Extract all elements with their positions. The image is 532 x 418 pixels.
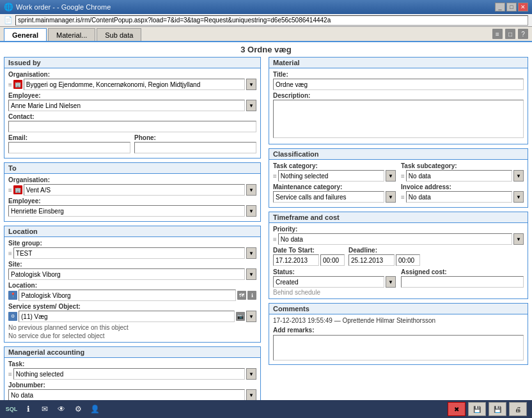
site-group-label: Site group:: [8, 240, 256, 247]
task-subcategory-input[interactable]: [406, 170, 512, 182]
time-deadline-input[interactable]: [396, 254, 420, 266]
location-label: Location:: [8, 282, 256, 289]
to-org-multiline-icon[interactable]: ≡: [8, 187, 12, 194]
tab-material[interactable]: Material...: [48, 28, 95, 41]
priority-input[interactable]: [278, 233, 512, 245]
email-icon[interactable]: ✉: [38, 403, 51, 415]
phone-input[interactable]: [134, 142, 256, 153]
timeframe-title: Timeframe and cost: [269, 212, 528, 223]
task-subcategory-label: Task subcategory:: [401, 162, 524, 169]
deadline-input[interactable]: [348, 254, 395, 266]
toolbar-left: SQL ℹ ✉ 👁 ⚙ 👤: [5, 403, 101, 415]
location-input[interactable]: [19, 290, 236, 301]
to-org-dropdown-btn[interactable]: ▼: [246, 184, 256, 196]
task-input[interactable]: [13, 368, 245, 380]
task-field: Task: ≡ ▼: [8, 360, 256, 380]
help-icon[interactable]: ?: [518, 29, 528, 39]
user-icon[interactable]: 👤: [88, 403, 101, 415]
task-multiline-icon[interactable]: ≡: [8, 371, 12, 378]
cancel-button[interactable]: ✖: [448, 402, 465, 416]
org-field: Organisation: ≡ 🏢 ▼: [8, 71, 256, 90]
invoice-label: Invoice address:: [401, 183, 524, 190]
invoice-dropdown-btn[interactable]: ▼: [513, 191, 524, 203]
site-input[interactable]: [8, 268, 245, 280]
managerial-title: Managerial accounting: [4, 347, 260, 358]
task-label: Task:: [8, 360, 256, 368]
address-input[interactable]: [15, 15, 528, 26]
org-dropdown-btn[interactable]: ▼: [246, 79, 256, 90]
invoice-col: Invoice address: ≡ ▼: [401, 183, 524, 205]
save-print-button[interactable]: 🖨: [509, 402, 527, 416]
window-icon[interactable]: □: [505, 29, 515, 39]
service-obj-extra-icon[interactable]: 📷: [236, 312, 245, 321]
site-group-dropdown-btn[interactable]: ▼: [246, 247, 256, 259]
jobnumber-dropdown-btn[interactable]: ▼: [246, 389, 256, 400]
service-obj-dropdown-btn[interactable]: ▼: [246, 311, 256, 322]
material-desc-label: Description:: [273, 92, 524, 99]
org-multiline-icon[interactable]: ≡: [8, 81, 12, 88]
invoice-multiline-icon[interactable]: ≡: [401, 194, 405, 201]
email-input[interactable]: [8, 142, 130, 153]
save-button[interactable]: 💾: [468, 402, 486, 416]
contact-input[interactable]: [8, 121, 256, 132]
to-org-input[interactable]: [24, 184, 245, 196]
site-group-input[interactable]: [13, 247, 245, 259]
material-title: Material: [269, 58, 528, 68]
tab-general[interactable]: General: [4, 28, 47, 41]
menu-icon[interactable]: ≡: [492, 29, 503, 39]
window-controls[interactable]: _ □ ✕: [495, 3, 528, 12]
chrome-icon: 🌐: [4, 3, 13, 12]
material-title-input[interactable]: [273, 79, 524, 90]
deadline-label: Deadline:: [348, 247, 420, 254]
minimize-button[interactable]: _: [495, 3, 505, 12]
task-category-input[interactable]: [278, 170, 384, 182]
assigned-cost-input[interactable]: [401, 276, 524, 288]
priority-dropdown-btn[interactable]: ▼: [513, 233, 524, 245]
org-icon: 🏢: [13, 80, 22, 89]
maintenance-cat-input[interactable]: [273, 191, 384, 203]
view-icon[interactable]: 👁: [55, 403, 68, 415]
maximize-button[interactable]: □: [506, 3, 517, 12]
priority-multiline-icon[interactable]: ≡: [273, 236, 277, 243]
to-employee-dropdown-btn[interactable]: ▼: [246, 205, 256, 217]
employee-dropdown-btn[interactable]: ▼: [246, 100, 256, 111]
site-group-multiline-icon[interactable]: ≡: [8, 250, 12, 257]
invoice-input[interactable]: [406, 191, 512, 203]
task-dropdown-btn[interactable]: ▼: [246, 368, 256, 380]
site-dropdown-btn[interactable]: ▼: [246, 268, 256, 280]
sql-icon[interactable]: SQL: [5, 403, 18, 415]
location-map-icon[interactable]: 🗺: [237, 291, 246, 300]
settings-icon[interactable]: ⚙: [72, 403, 84, 415]
org-input[interactable]: [24, 79, 245, 90]
save-close-button[interactable]: 💾: [489, 402, 506, 416]
info-icon[interactable]: ℹ: [22, 403, 35, 415]
timeframe-section: Timeframe and cost Priority: ≡ ▼ Date To…: [269, 212, 528, 299]
task-cat-multiline-icon[interactable]: ≡: [273, 173, 277, 180]
date-start-input[interactable]: [273, 254, 319, 266]
task-category-dropdown-btn[interactable]: ▼: [386, 170, 396, 182]
material-desc-textarea[interactable]: [273, 100, 524, 138]
title-bar: 🌐 Work order - - Google Chrome _ □ ✕: [0, 0, 532, 14]
add-remarks-textarea[interactable]: [273, 335, 524, 360]
to-employee-input[interactable]: [8, 205, 245, 217]
close-button[interactable]: ✕: [518, 3, 528, 12]
service-obj-input[interactable]: [19, 311, 235, 322]
task-category-field: Task category: ≡ ▼: [273, 162, 396, 182]
task-subcategory-dropdown-btn[interactable]: ▼: [513, 170, 524, 182]
contact-field: Contact:: [8, 113, 256, 132]
employee-input[interactable]: [8, 100, 245, 111]
material-section: Material Title: Description:: [269, 57, 528, 144]
location-section: Location Site group: ≡ ▼ Site:: [4, 226, 261, 343]
to-org-icon: 🏢: [13, 185, 22, 194]
tab-subdata[interactable]: Sub data: [97, 28, 141, 41]
task-subcategory-field: Task subcategory: ≡ ▼: [401, 162, 524, 182]
address-bar: 📄: [0, 14, 532, 27]
priority-field: Priority: ≡ ▼: [273, 226, 524, 245]
status-input[interactable]: [273, 276, 384, 288]
time-start-input[interactable]: [320, 254, 345, 266]
task-subcat-multiline-icon[interactable]: ≡: [401, 173, 405, 180]
jobnumber-input[interactable]: [8, 389, 245, 400]
maintenance-cat-dropdown-btn[interactable]: ▼: [386, 191, 396, 203]
status-dropdown-btn[interactable]: ▼: [386, 276, 396, 288]
location-info-icon[interactable]: ℹ: [247, 291, 256, 300]
